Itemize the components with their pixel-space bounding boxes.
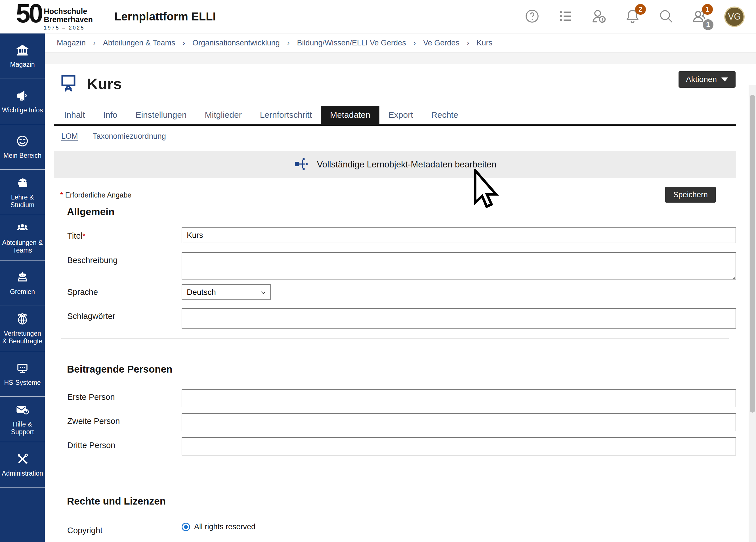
sidebar-item-label: Gremien [9,288,36,296]
search-icon [658,8,674,26]
subtab-taxonomiezuordnung[interactable]: Taxonomiezuordnung [93,132,166,141]
sidebar-item-label: HS-Systeme [3,379,42,386]
breadcrumb-item[interactable]: Bildung/Wissen/ELLI Ve Gerdes [297,39,406,47]
section-title-beitragende: Beitragende Personen [67,364,736,375]
breadcrumb-item[interactable]: Magazin [57,39,86,47]
sidebar-item-hilfe-support[interactable]: Hilfe & Support [0,397,45,442]
course-icon [58,73,79,95]
logo-50: 50 [16,2,41,24]
user-alert-icon [591,8,608,26]
breadcrumb-item[interactable]: Ve Gerdes [423,39,459,47]
breadcrumb-item[interactable]: Organisationsentwicklung [192,39,280,47]
field-row-zweite-person: Zweite Person [54,413,736,431]
breadcrumb-separator: › [93,39,96,47]
required-marker: * [60,191,63,199]
help-icon [524,8,540,25]
sidebar-filler [0,488,45,542]
breadcrumb-item-current[interactable]: Kurs [477,39,493,47]
logo-line2: Bremerhaven [44,16,93,24]
contacts-button[interactable]: 1 1 [691,8,708,26]
tab-bar: Inhalt Info Einstellungen Mitglieder Ler… [54,106,736,126]
copyright-label: Copyright [67,522,182,535]
section-divider [61,470,729,470]
sidebar-item-mein-bereich[interactable]: Mein Bereich [0,124,45,170]
field-row-titel: Titel* [54,228,736,243]
sidebar-item-lehre-studium[interactable]: Lehre & Studium [0,170,45,215]
titel-label: Titel* [67,228,182,241]
page-title: Kurs [87,75,122,93]
top-header: 50 Hochschule Bremerhaven 1975 – 2025 Le… [0,0,756,33]
contacts-new-badge: 1 [702,4,713,15]
subtab-lom[interactable]: LOM [61,132,78,141]
save-button[interactable]: Speichern [665,187,716,203]
bank-icon [16,44,29,58]
tab-lernfortschritt[interactable]: Lernfortschritt [251,106,321,124]
dritte-person-label: Dritte Person [67,437,182,450]
breadcrumb-separator: › [413,39,416,47]
tab-inhalt[interactable]: Inhalt [55,106,94,124]
sidebar-item-vertretungen[interactable]: Vertretungen & Beauftragte [0,306,45,351]
breadcrumb-separator: › [182,39,185,47]
actions-button[interactable]: Aktionen [679,71,736,88]
notifications-button[interactable]: 2 [624,8,641,26]
field-row-erste-person: Erste Person [54,389,736,407]
app-title: Lernplattform ELLI [114,10,216,23]
tab-einstellungen[interactable]: Einstellungen [126,106,196,124]
sidebar-item-hs-systeme[interactable]: HS-Systeme [0,351,45,397]
globe-people-icon [16,312,29,327]
section-title-allgemein: Allgemein [67,206,736,217]
beschreibung-textarea[interactable] [182,252,736,280]
breadcrumb-separator: › [467,39,469,47]
copyright-radio-label: All rights reserved [194,522,255,531]
breadcrumb: Magazin› Abteilungen & Teams› Organisati… [45,33,756,52]
tab-info[interactable]: Info [94,106,126,124]
tools-icon [16,452,29,467]
main-area: Magazin› Abteilungen & Teams› Organisati… [45,33,756,542]
sidebar-item-abteilungen-teams[interactable]: Abteilungen & Teams [0,215,45,261]
tab-metadaten[interactable]: Metadaten [321,106,379,124]
search-button[interactable] [657,8,675,26]
fork-icon [294,156,310,173]
required-note: Erforderliche Angabe [65,191,131,199]
zweite-person-input[interactable] [182,413,736,431]
sprache-select[interactable]: Deutsch [182,284,271,300]
sidebar-item-label: Lehre & Studium [0,194,45,209]
copyright-radio[interactable] [182,523,190,531]
sidebar-item-label: Administration [1,470,44,477]
field-row-beschreibung: Beschreibung [54,252,736,281]
subtab-bar: LOM Taxonomiezuordnung [61,132,736,141]
university-logo[interactable]: 50 Hochschule Bremerhaven 1975 – 2025 [16,2,93,31]
sidebar-item-administration[interactable]: Administration [0,442,45,488]
avatar[interactable]: VG [724,7,745,27]
scrollbar-track[interactable] [749,85,756,542]
sprache-label: Sprache [67,284,182,297]
scrollbar-thumb[interactable] [750,95,755,413]
sidebar-item-wichtige-infos[interactable]: Wichtige Infos [0,79,45,124]
contacts-total-badge: 1 [703,19,713,30]
schlagwoerter-input[interactable] [182,308,736,329]
sidebar-item-label: Abteilungen & Teams [0,239,45,254]
books-icon [16,176,29,191]
tab-mitglieder[interactable]: Mitglieder [196,106,251,124]
erste-person-input[interactable] [182,389,736,407]
main-menu-button[interactable] [557,8,574,26]
erste-person-label: Erste Person [67,389,182,402]
sidebar-item-label: Hilfe & Support [0,421,45,436]
edit-full-metadata-banner[interactable]: Vollständige Lernobjekt-Metadaten bearbe… [54,151,736,178]
field-row-dritte-person: Dritte Person [54,437,736,455]
sidebar-item-label: Magazin [9,61,36,68]
sidebar-item-gremien[interactable]: Gremien [0,261,45,306]
mail-question-icon [16,403,29,418]
awareness-button[interactable] [590,8,608,26]
tab-export[interactable]: Export [379,106,422,124]
sidebar-item-magazin[interactable]: Magazin [0,33,45,79]
caret-down-icon [721,77,728,81]
help-button[interactable] [523,8,541,26]
breadcrumb-separator: › [287,39,290,47]
field-row-copyright: Copyright All rights reserved [54,522,736,535]
titel-input[interactable] [182,227,736,243]
tab-rechte[interactable]: Rechte [422,106,467,124]
dritte-person-input[interactable] [182,437,736,455]
breadcrumb-item[interactable]: Abteilungen & Teams [103,39,175,47]
required-marker: * [83,232,85,240]
